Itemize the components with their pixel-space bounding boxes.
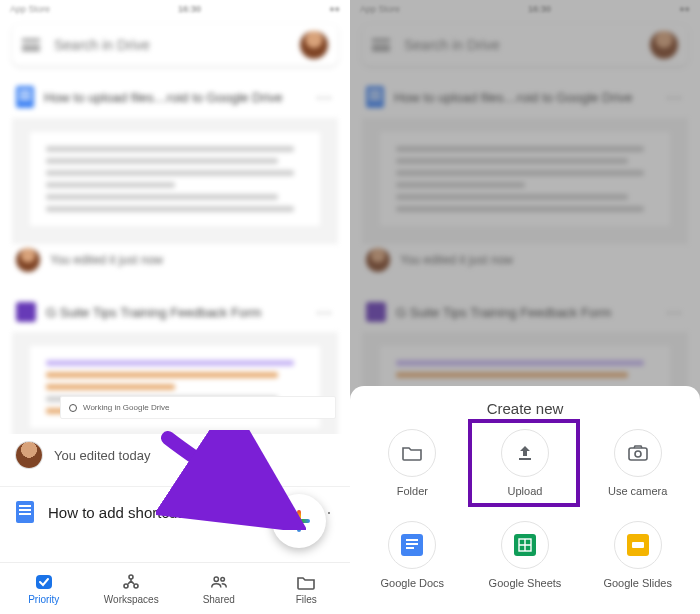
create-new-sheet: Create new Folder Upload Use camera Goog… xyxy=(350,386,700,614)
svg-rect-10 xyxy=(406,543,418,545)
workspaces-icon xyxy=(121,573,141,591)
file-card-doc[interactable]: How to upload files…roid to Google Drive… xyxy=(12,76,338,280)
status-bar: App Store16:30●● xyxy=(0,0,350,18)
working-snippet: Working in Google Drive xyxy=(60,396,336,419)
menu-icon[interactable] xyxy=(22,39,40,51)
sheet-title: Create new xyxy=(358,400,692,417)
svg-rect-6 xyxy=(519,458,531,460)
search-bar[interactable]: Search in Drive xyxy=(12,24,338,66)
svg-point-3 xyxy=(134,584,138,588)
tab-workspaces[interactable]: Workspaces xyxy=(88,563,176,614)
svg-rect-11 xyxy=(406,547,414,549)
tab-files[interactable]: Files xyxy=(263,563,351,614)
fab-new[interactable] xyxy=(272,494,326,548)
svg-rect-9 xyxy=(406,539,418,541)
file-name: How to add shortcuts in Google Drive xyxy=(48,504,300,521)
svg-point-4 xyxy=(214,577,218,581)
files-icon xyxy=(296,573,316,591)
svg-point-1 xyxy=(129,575,133,579)
plus-icon xyxy=(288,510,310,532)
edited-today-row: You edited today xyxy=(0,434,350,486)
tab-shared[interactable]: Shared xyxy=(175,563,263,614)
upload-icon xyxy=(501,429,549,477)
docs-icon xyxy=(16,86,34,108)
svg-rect-7 xyxy=(629,448,647,460)
bottom-tabs: Priority Workspaces Shared Files xyxy=(0,562,350,614)
svg-point-8 xyxy=(635,451,641,457)
opt-sheets[interactable]: Google Sheets xyxy=(471,521,580,607)
svg-point-5 xyxy=(221,577,225,581)
priority-icon xyxy=(34,573,54,591)
search-placeholder: Search in Drive xyxy=(54,37,300,53)
opt-docs[interactable]: Google Docs xyxy=(358,521,467,607)
opt-slides[interactable]: Google Slides xyxy=(583,521,692,607)
docs-icon xyxy=(16,501,34,523)
forms-icon xyxy=(16,302,36,322)
left-screenshot: App Store16:30●● Search in Drive How to … xyxy=(0,0,350,614)
svg-point-2 xyxy=(124,584,128,588)
right-screenshot: App Store16:30●● Search in Drive How to … xyxy=(350,0,700,614)
avatar[interactable] xyxy=(300,31,328,59)
opt-folder[interactable]: Folder xyxy=(358,429,467,515)
shared-icon xyxy=(209,573,229,591)
svg-rect-13 xyxy=(632,542,644,548)
tab-priority[interactable]: Priority xyxy=(0,563,88,614)
svg-rect-0 xyxy=(36,575,52,589)
opt-upload[interactable]: Upload xyxy=(471,429,580,515)
file-card-form[interactable]: G Suite Tips Training Feedback Form⋯ xyxy=(12,292,338,446)
opt-camera[interactable]: Use camera xyxy=(583,429,692,515)
